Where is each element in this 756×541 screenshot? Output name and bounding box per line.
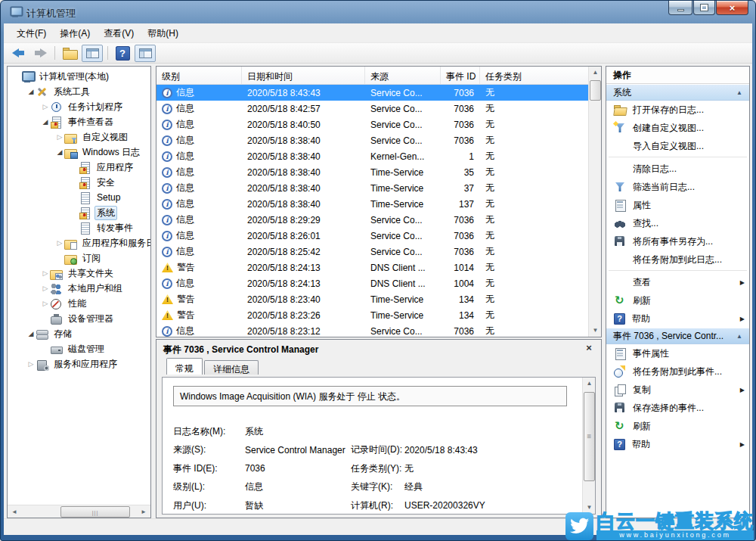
menu-item[interactable]: 文件(F) bbox=[10, 25, 53, 42]
action-item[interactable]: 筛选当前日志... bbox=[606, 178, 749, 196]
scroll-up-icon[interactable]: ▲ bbox=[584, 378, 595, 390]
column-header[interactable]: 事件 ID bbox=[441, 67, 480, 84]
expand-closed-icon[interactable]: ▷ bbox=[55, 239, 64, 247]
table-row[interactable]: 警告2020/5/18 8:23:26Time-Service134无 bbox=[156, 307, 588, 323]
tree-item[interactable]: ▷共享文件夹 bbox=[8, 266, 150, 281]
column-header[interactable]: 级别 bbox=[156, 67, 242, 84]
table-row[interactable]: i信息2020/5/18 8:40:50Service Co...7036无 bbox=[156, 117, 588, 132]
expand-closed-icon[interactable]: ▷ bbox=[26, 360, 36, 368]
action-item[interactable]: 将所有事件另存为... bbox=[606, 232, 749, 250]
show-console-tree-button[interactable] bbox=[82, 45, 103, 62]
table-row[interactable]: i信息2020/5/18 8:38:40Kernel-Gen...1无 bbox=[156, 148, 588, 164]
tree-item[interactable]: ◢Windows 日志 bbox=[8, 145, 150, 160]
maximize-button[interactable] bbox=[693, 1, 715, 15]
action-item[interactable]: 复制▶ bbox=[606, 381, 749, 399]
folder-button[interactable] bbox=[60, 45, 79, 62]
menu-item[interactable]: 操作(A) bbox=[53, 25, 97, 42]
action-item[interactable]: ?帮助▶ bbox=[606, 435, 749, 453]
column-header[interactable]: 来源 bbox=[365, 67, 441, 84]
expand-closed-icon[interactable]: ▷ bbox=[41, 284, 50, 292]
expand-closed-icon[interactable]: ▷ bbox=[41, 269, 50, 277]
scroll-up-icon[interactable]: ▲ bbox=[590, 67, 601, 79]
expand-open-icon[interactable]: ◢ bbox=[26, 88, 36, 95]
action-item[interactable]: 将任务附加到此日志... bbox=[606, 250, 749, 269]
table-row[interactable]: i信息2020/5/18 8:26:01Service Co...7036无 bbox=[156, 228, 588, 244]
show-action-pane-button[interactable] bbox=[135, 45, 156, 62]
table-row[interactable]: i信息2020/5/18 8:38:40Service Co...7036无 bbox=[156, 132, 588, 148]
table-row[interactable]: i信息2020/5/18 8:42:57Service Co...7036无 bbox=[156, 101, 588, 117]
action-item[interactable]: 属性 bbox=[606, 196, 749, 214]
action-section-header[interactable]: 系统▲ bbox=[606, 84, 749, 101]
table-row[interactable]: 警告2020/5/18 8:24:13DNS Client ...1014无 bbox=[156, 260, 588, 275]
tree-item[interactable]: ◢存储 bbox=[8, 326, 150, 341]
tree-item[interactable]: 系统 bbox=[8, 205, 150, 220]
action-item[interactable]: 事件属性 bbox=[606, 344, 749, 362]
action-item[interactable]: 刷新 bbox=[606, 417, 749, 435]
table-row[interactable]: i信息2020/5/18 8:25:42Service Co...7036无 bbox=[156, 244, 588, 260]
tree-item[interactable]: ▷服务和应用程序 bbox=[8, 356, 150, 372]
scrollbar-thumb[interactable] bbox=[60, 506, 130, 518]
menu-item[interactable]: 帮助(H) bbox=[141, 25, 185, 42]
action-item[interactable]: 保存选择的事件... bbox=[606, 399, 749, 417]
tree-item[interactable]: 计算机管理(本地) bbox=[8, 69, 150, 84]
back-button[interactable] bbox=[8, 45, 28, 62]
table-row[interactable]: 警告2020/5/18 8:23:40Time-Service134无 bbox=[156, 291, 588, 307]
table-row[interactable]: i信息2020/5/18 8:38:40Time-Service35无 bbox=[156, 164, 588, 180]
tab-常规[interactable]: 常规 bbox=[166, 358, 203, 375]
tree-item[interactable]: 转发事件 bbox=[8, 220, 150, 235]
tree-item[interactable]: ▷应用程序和服务日志 bbox=[8, 235, 150, 250]
help-button[interactable]: ? bbox=[113, 45, 132, 62]
action-item[interactable]: 清除日志... bbox=[606, 160, 749, 178]
tree-item[interactable]: 设备管理器 bbox=[8, 311, 150, 326]
collapse-icon[interactable]: ▲ bbox=[733, 89, 742, 96]
tree-item[interactable]: ▷自定义视图 bbox=[8, 129, 150, 145]
tree-item[interactable]: ◢系统工具 bbox=[8, 84, 150, 99]
forward-button[interactable] bbox=[30, 45, 50, 62]
action-item[interactable]: 导入自定义视图... bbox=[606, 137, 749, 155]
tree-item[interactable]: ▷本地用户和组 bbox=[8, 281, 150, 296]
tree-item[interactable]: 应用程序 bbox=[8, 160, 150, 175]
tree-item[interactable]: Setup bbox=[8, 190, 150, 205]
action-item[interactable]: ?帮助▶ bbox=[606, 309, 749, 328]
expand-open-icon[interactable]: ◢ bbox=[55, 148, 64, 156]
scrollbar-thumb[interactable] bbox=[590, 80, 601, 101]
scroll-left-icon[interactable]: ◄ bbox=[8, 506, 20, 518]
tree-horizontal-scrollbar[interactable]: ◄ ► bbox=[8, 505, 150, 518]
tree-item[interactable]: ◢事件查看器 bbox=[8, 114, 150, 129]
table-row[interactable]: i信息2020/5/18 8:23:12Service Co...7036无 bbox=[156, 323, 588, 337]
action-item[interactable]: 创建自定义视图... bbox=[606, 119, 749, 137]
action-item[interactable]: 打开保存的日志... bbox=[606, 101, 749, 119]
tree-item[interactable]: 磁盘管理 bbox=[8, 341, 150, 356]
table-row[interactable]: i信息2020/5/18 8:29:29Service Co...7036无 bbox=[156, 212, 588, 228]
collapse-icon[interactable]: ▲ bbox=[733, 333, 742, 340]
expand-closed-icon[interactable]: ▷ bbox=[41, 300, 50, 307]
minimize-button[interactable] bbox=[668, 1, 692, 15]
list-vertical-scrollbar[interactable]: ▲ ▼ bbox=[588, 67, 601, 337]
tree-item[interactable]: 订阅 bbox=[8, 250, 150, 266]
menu-item[interactable]: 查看(V) bbox=[97, 25, 141, 42]
tab-详细信息[interactable]: 详细信息 bbox=[204, 360, 259, 375]
tree-item[interactable]: ▷性能 bbox=[8, 296, 150, 311]
detail-close-icon[interactable]: × bbox=[584, 343, 594, 353]
table-row[interactable]: i信息2020/5/18 8:24:13DNS Client ...1004无 bbox=[156, 275, 588, 291]
tree-item[interactable]: ▷任务计划程序 bbox=[8, 99, 150, 114]
close-button[interactable]: × bbox=[716, 1, 748, 15]
table-row[interactable]: i信息2020/5/18 8:38:40Time-Service137无 bbox=[156, 196, 588, 212]
scroll-down-icon[interactable]: ▼ bbox=[590, 325, 601, 337]
column-header[interactable]: 任务类别 bbox=[480, 67, 588, 84]
title-bar[interactable]: 计算机管理 × bbox=[1, 1, 755, 23]
table-row[interactable]: i信息2020/5/18 8:43:43Service Co...7036无 bbox=[156, 85, 588, 101]
action-section-header[interactable]: 事件 7036 , Service Contr...▲ bbox=[606, 328, 749, 344]
action-item[interactable]: 查找... bbox=[606, 214, 749, 232]
table-row[interactable]: i信息2020/5/18 8:38:40Time-Service37无 bbox=[156, 180, 588, 196]
scroll-right-icon[interactable]: ► bbox=[138, 506, 150, 518]
column-header[interactable]: 日期和时间 bbox=[242, 67, 365, 84]
action-item[interactable]: 将任务附加到此事件... bbox=[606, 362, 749, 381]
tree-item[interactable]: 安全 bbox=[8, 175, 150, 190]
expand-closed-icon[interactable]: ▷ bbox=[41, 103, 50, 110]
action-item[interactable]: 刷新 bbox=[606, 291, 749, 309]
action-item[interactable]: 查看▶ bbox=[606, 273, 749, 291]
expand-closed-icon[interactable]: ▷ bbox=[55, 133, 64, 141]
expand-open-icon[interactable]: ◢ bbox=[41, 118, 50, 126]
expand-open-icon[interactable]: ◢ bbox=[26, 330, 36, 337]
